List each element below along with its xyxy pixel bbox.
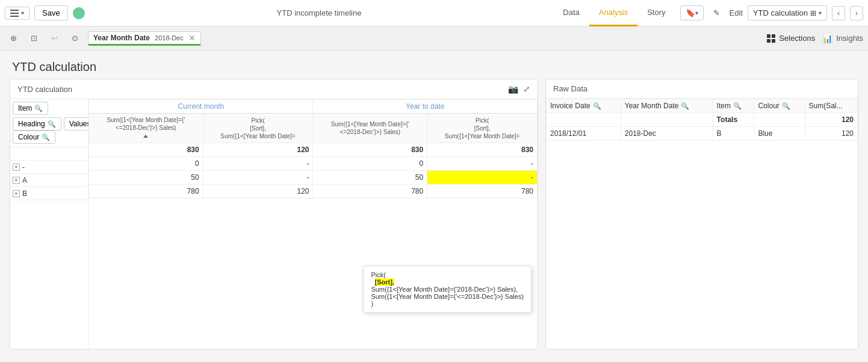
bookmark-button[interactable]: 🔖 ▾ (680, 5, 704, 20)
ytd-row-total: 830 120 830 830 (89, 143, 538, 157)
app-icon (73, 7, 85, 19)
col-invoice-date-header: Invoice Date 🔍 (550, 102, 617, 110)
colour-filter-button[interactable]: Colour 🔍 (13, 130, 55, 144)
filter-chip-close-icon[interactable]: ✕ (188, 33, 196, 43)
expand-dash-icon[interactable]: + (13, 164, 20, 171)
b-cm-sum: 780 (89, 185, 203, 198)
col-year-month-header: Year Month Date 🔍 (625, 102, 709, 110)
raw-sum: 120 (805, 127, 857, 141)
menu-button[interactable]: ▾ (5, 7, 29, 20)
expand-icon[interactable]: ⤢ (523, 84, 530, 94)
tab-analysis[interactable]: Analysis (589, 0, 637, 26)
zoom-icon[interactable]: ⊕ (5, 30, 22, 47)
tab-data[interactable]: Data (553, 0, 589, 26)
ytd-row-a-label: + A (10, 174, 88, 187)
tooltip-line1: Pick( (371, 271, 524, 278)
select-region-icon[interactable]: ⊡ (25, 30, 42, 47)
ytd-left-header: Item 🔍 Heading 🔍 Values (10, 99, 88, 147)
capture-icon[interactable]: ⊙ (66, 30, 83, 47)
ytd-row-a: 50 - 50 - (89, 171, 538, 185)
app-title: YTD incomplete timeline (90, 8, 549, 17)
undo-icon[interactable]: ↩ (46, 30, 63, 47)
selection-bar: ⊕ ⊡ ↩ ⊙ Year Month Date 2018-Dec ✕ Selec… (0, 26, 868, 51)
tooltip-line4: ) (371, 300, 524, 307)
filter-chip[interactable]: Year Month Date 2018-Dec ✕ (88, 31, 201, 46)
sheet-selector-button[interactable]: YTD calculation ⊞ ▾ (748, 5, 827, 20)
expand-a-icon[interactable]: + (13, 177, 20, 184)
selections-button[interactable]: Selections (767, 34, 815, 43)
dash-cm-sum: 0 (89, 157, 203, 171)
col-year-month: Year Month Date 🔍 (621, 99, 713, 113)
item-filter-button[interactable]: Item 🔍 (13, 102, 48, 115)
col-sum-sal: Sum(Sal... (805, 99, 857, 113)
ytd-row-labels: + - + A + B (10, 147, 88, 200)
raw-totals-row: Totals 120 (547, 113, 858, 127)
nav-tabs: Data Analysis Story (553, 0, 675, 26)
year-to-date-header: Year to date (313, 100, 538, 114)
selection-icons: ⊕ ⊡ ↩ ⊙ (5, 30, 83, 47)
tooltip-line2: Sum({1<[Year Month Date]={'2018-Dec'}>} … (371, 286, 524, 293)
heading-search-icon: 🔍 (48, 120, 56, 128)
save-button[interactable]: Save (34, 5, 68, 20)
col-item-label: Item (717, 102, 731, 110)
totals-sum: 120 (805, 113, 857, 127)
edit-label: Edit (730, 8, 743, 17)
raw-year-month: 2018-Dec (621, 127, 713, 141)
ytd-row-b-label: + B (10, 187, 88, 200)
expand-b-icon[interactable]: + (13, 190, 20, 197)
raw-table-container: Invoice Date 🔍 Year Month Date 🔍 (546, 99, 858, 141)
col-colour-label: Colour (758, 102, 779, 110)
main-content: YTD calculation 📷 ⤢ Item 🔍 (0, 79, 868, 359)
col-colour-search-icon[interactable]: 🔍 (782, 102, 790, 110)
ytd-panel-title: YTD calculation (17, 85, 72, 94)
a-ytd-pick: - (427, 171, 538, 185)
insights-button[interactable]: 📊 Insights (822, 34, 863, 43)
total-ytd-sum: 830 (313, 143, 427, 157)
tooltip-box: Pick( [Sort], Sum({1<[Year Month Date]={… (363, 266, 532, 313)
colour-search-icon: 🔍 (42, 133, 50, 141)
col-header-cm-pick: Pick([Sort],Sum({1<[Year Month Date]= (203, 114, 313, 143)
col-year-month-label: Year Month Date (625, 102, 679, 110)
col-colour-header: Colour 🔍 (758, 102, 801, 110)
selections-grid-icon (767, 34, 775, 43)
heading-filter-button[interactable]: Heading 🔍 (13, 117, 61, 130)
row-a-text: A (22, 176, 27, 185)
current-month-header: Current month (89, 100, 313, 114)
ytd-data-table: Current month Year to date Sum({1<[Year … (88, 99, 538, 198)
total-cm-sum: 830 (89, 143, 203, 157)
filter-chip-value: 2018-Dec (155, 34, 184, 41)
raw-panel-header: Raw Data (546, 79, 858, 99)
col-sum-sal-label: Sum(Sal... (809, 102, 843, 110)
tooltip-sort-highlight: [Sort], (375, 278, 394, 286)
next-button[interactable]: › (850, 6, 863, 20)
sheet-label: YTD calculation (753, 8, 808, 17)
col-header-ytd-pick: Pick([Sort],Sum({1<[Year Month Date]= (427, 114, 538, 143)
sort-indicator-icon (143, 135, 148, 138)
prev-button[interactable]: ‹ (832, 6, 845, 20)
raw-item: B (713, 127, 754, 141)
col-invoice-date: Invoice Date 🔍 (547, 99, 621, 113)
sel-right-actions: Selections 📊 Insights (767, 34, 863, 43)
ytd-calculation-panel: YTD calculation 📷 ⤢ Item 🔍 (10, 79, 538, 349)
col-invoice-date-label: Invoice Date (550, 102, 591, 110)
col-item-search-icon[interactable]: 🔍 (733, 102, 742, 110)
row-b-text: B (22, 189, 27, 198)
col-year-month-search-icon[interactable]: 🔍 (681, 102, 689, 110)
col-colour: Colour 🔍 (754, 99, 805, 113)
ytd-panel-icons: 📷 ⤢ (508, 84, 530, 94)
tab-story[interactable]: Story (637, 0, 675, 26)
col-invoice-date-search-icon[interactable]: 🔍 (593, 102, 601, 110)
bookmark-icon: 🔖 (686, 8, 695, 17)
dash-ytd-pick: - (427, 157, 538, 171)
insights-label: Insights (836, 34, 863, 43)
dash-cm-pick: - (203, 157, 313, 171)
filter-chip-label: Year Month Date (93, 34, 150, 42)
hamburger-icon (10, 10, 19, 17)
insights-chart-icon: 📊 (822, 34, 832, 43)
camera-icon[interactable]: 📷 (508, 84, 518, 94)
col-header-ytd-sum: Sum({1<[Year Month Date]={'<=2018-Dec'}>… (313, 114, 427, 143)
edit-button[interactable]: ✎ (708, 6, 725, 20)
b-cm-pick: 120 (203, 185, 313, 198)
a-ytd-sum: 50 (313, 171, 427, 185)
totals-year-month (621, 113, 713, 127)
